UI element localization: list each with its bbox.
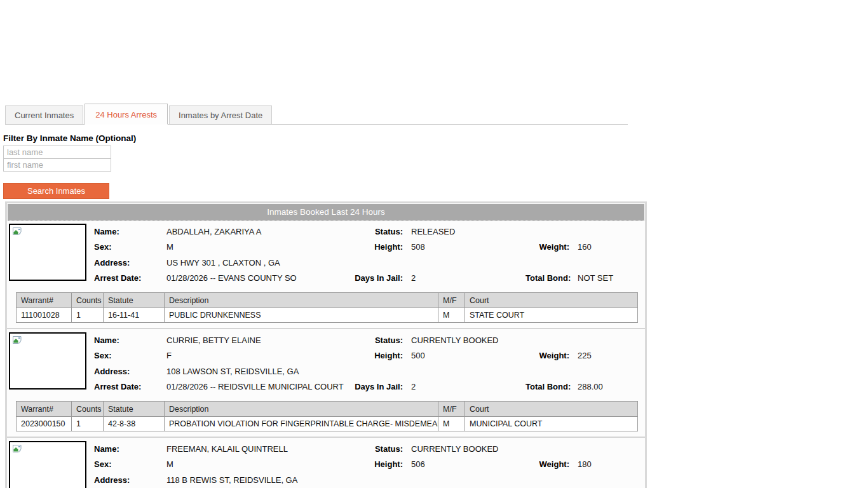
counts-header: Counts [72, 293, 104, 308]
description-header: Description [165, 293, 438, 308]
sex-value: F [166, 351, 349, 360]
status-value: CURRENTLY BOOKED [411, 444, 645, 454]
warrant-header-row: Warrant# Counts Statute Description M/F … [17, 293, 638, 308]
days-in-jail-label: Days In Jail: [349, 382, 411, 391]
days-in-jail-value: 2 [411, 382, 526, 391]
counts-cell: 1 [72, 417, 104, 431]
weight-label: Weight: [526, 351, 578, 360]
name-value: CURRIE, BETTY ELAINE [166, 336, 349, 345]
warrant-table: Warrant# Counts Statute Description M/F … [16, 292, 638, 323]
status-label: Status: [349, 227, 411, 236]
last-name-input[interactable] [3, 146, 111, 159]
tab-bar: Current Inmates 24 Hours Arrests Inmates… [5, 104, 628, 125]
address-value: US HWY 301 , CLAXTON , GA [166, 258, 645, 268]
court-cell: STATE COURT [465, 308, 638, 323]
status-value: CURRENTLY BOOKED [411, 336, 645, 345]
arrest-date-label: Arrest Date: [94, 382, 166, 391]
address-label: Address: [94, 258, 166, 268]
weight-value: 160 [578, 242, 645, 252]
statute-cell: 16-11-41 [104, 308, 165, 323]
status-label: Status: [349, 444, 411, 454]
status-label: Status: [349, 336, 411, 345]
inmate-fields: Name: FREEMAN, KALAIL QUINTRELL Status: … [94, 441, 645, 488]
counts-cell: 1 [72, 308, 104, 323]
results-panel: Inmates Booked Last 24 Hours Name: ABDAL… [5, 201, 647, 488]
name-value: ABDALLAH, ZAKARIYA A [166, 227, 349, 236]
total-bond-value: NOT SET [578, 273, 645, 283]
court-header: Court [465, 402, 638, 417]
warrant-number-header: Warrant# [17, 402, 72, 417]
name-label: Name: [94, 336, 166, 345]
filter-section: Filter By Inmate Name (Optional) Search … [3, 133, 868, 199]
height-value: 508 [411, 242, 526, 252]
broken-image-icon [12, 444, 24, 455]
panel-title: Inmates Booked Last 24 Hours [8, 204, 644, 220]
inmate-photo [9, 332, 86, 390]
height-label: Height: [349, 242, 411, 252]
total-bond-label: Total Bond: [526, 273, 578, 283]
sex-value: M [166, 459, 349, 469]
warrant-table: Warrant# Counts Statute Description M/F … [16, 401, 638, 431]
description-cell: PROBATION VIOLATION FOR FINGERPRINTABLE … [165, 417, 438, 431]
tab-current-inmates[interactable]: Current Inmates [5, 105, 83, 124]
inmate-summary: Name: ABDALLAH, ZAKARIYA A Status: RELEA… [7, 224, 645, 286]
first-name-input[interactable] [3, 158, 111, 172]
sex-label: Sex: [94, 351, 166, 360]
court-cell: MUNICIPAL COURT [465, 417, 638, 431]
height-value: 506 [411, 459, 526, 469]
arrest-date-label: Arrest Date: [94, 273, 166, 283]
arrest-date-value: 01/28/2026 -- EVANS COUNTY SO [166, 273, 349, 283]
inmate-record: Name: CURRIE, BETTY ELAINE Status: CURRE… [7, 328, 645, 437]
height-label: Height: [349, 459, 411, 469]
address-value: 108 LAWSON ST, REIDSVILLE, GA [166, 367, 645, 376]
total-bond-label: Total Bond: [526, 382, 578, 391]
warrant-number-cell: 111001028 [17, 308, 72, 323]
weight-value: 225 [578, 351, 645, 360]
weight-label: Weight: [526, 459, 578, 469]
mf-header: M/F [438, 293, 465, 308]
broken-image-icon [12, 227, 24, 238]
warrant-number-cell: 2023000150 [17, 417, 72, 431]
warrant-row: 111001028 1 16-11-41 PUBLIC DRUNKENNESS … [17, 308, 638, 323]
inmate-fields: Name: ABDALLAH, ZAKARIYA A Status: RELEA… [94, 224, 645, 286]
height-label: Height: [349, 351, 411, 360]
inmate-record: Name: ABDALLAH, ZAKARIYA A Status: RELEA… [7, 220, 645, 328]
inmate-photo [9, 224, 86, 281]
status-value: RELEASED [411, 227, 645, 236]
inmate-fields: Name: CURRIE, BETTY ELAINE Status: CURRE… [94, 332, 645, 395]
inmate-summary: Name: CURRIE, BETTY ELAINE Status: CURRE… [7, 332, 645, 395]
sex-label: Sex: [94, 242, 166, 252]
warrant-number-header: Warrant# [17, 293, 72, 308]
broken-image-icon [12, 336, 24, 346]
inmate-photo [9, 441, 86, 488]
statute-cell: 42-8-38 [104, 417, 165, 431]
total-bond-value: 288.00 [578, 382, 645, 391]
tab-inmates-by-arrest-date[interactable]: Inmates by Arrest Date [169, 105, 272, 124]
counts-header: Counts [72, 402, 104, 417]
days-in-jail-label: Days In Jail: [349, 273, 411, 283]
search-inmates-button[interactable]: Search Inmates [3, 183, 109, 199]
court-header: Court [465, 293, 638, 308]
tab-24-hours-arrests[interactable]: 24 Hours Arrests [85, 104, 168, 125]
address-label: Address: [94, 475, 166, 485]
weight-value: 180 [578, 459, 645, 469]
name-label: Name: [94, 227, 166, 236]
address-value: 118 B REWIS ST, REIDSVILLE, GA [166, 475, 645, 485]
name-value: FREEMAN, KALAIL QUINTRELL [166, 444, 349, 454]
warrant-row: 2023000150 1 42-8-38 PROBATION VIOLATION… [17, 417, 638, 431]
weight-label: Weight: [526, 242, 578, 252]
inmate-record: Name: FREEMAN, KALAIL QUINTRELL Status: … [7, 437, 645, 488]
height-value: 500 [411, 351, 526, 360]
mf-header: M/F [438, 402, 465, 417]
warrant-header-row: Warrant# Counts Statute Description M/F … [17, 402, 638, 417]
sex-value: M [166, 242, 349, 252]
days-in-jail-value: 2 [411, 273, 526, 283]
inmate-summary: Name: FREEMAN, KALAIL QUINTRELL Status: … [7, 441, 645, 488]
inmate-record-list: Name: ABDALLAH, ZAKARIYA A Status: RELEA… [7, 220, 645, 488]
arrest-date-value: 01/28/2026 -- REIDSVILLE MUNICIPAL COURT [166, 382, 349, 391]
statute-header: Statute [104, 293, 165, 308]
name-label: Name: [94, 444, 166, 454]
filter-heading: Filter By Inmate Name (Optional) [3, 133, 868, 143]
sex-label: Sex: [94, 459, 166, 469]
mf-cell: M [438, 417, 465, 431]
